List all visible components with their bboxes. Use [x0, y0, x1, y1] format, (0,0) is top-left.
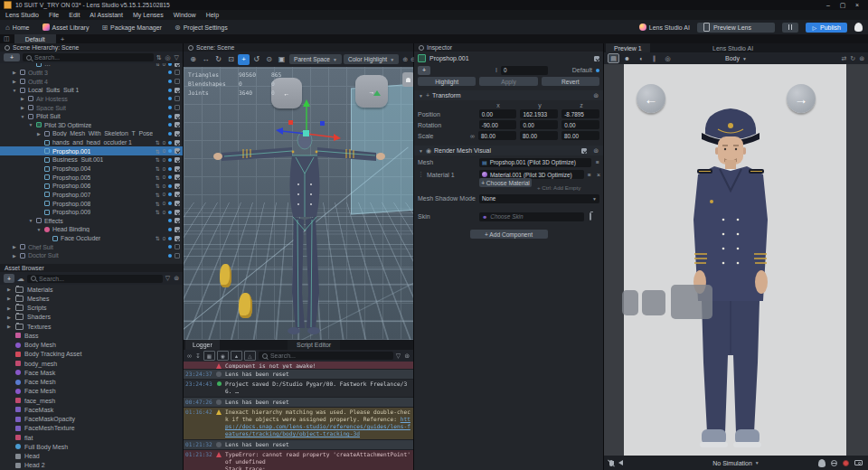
- enabled-checkbox[interactable]: [175, 183, 180, 189]
- expand-arrow-icon[interactable]: ▶: [36, 131, 42, 136]
- expand-arrow-icon[interactable]: ▼: [28, 218, 33, 223]
- asset-item[interactable]: Body Tracking Asset: [0, 350, 183, 359]
- mesh-options-icon[interactable]: ≡: [596, 159, 599, 165]
- hierarchy-item[interactable]: Propshop.001⇅0: [0, 146, 183, 155]
- log-entry[interactable]: 00:47:26Lens has been reset: [184, 398, 413, 408]
- hierarchy-item[interactable]: ▶Chef Suit: [0, 242, 183, 251]
- filter-success-icon[interactable]: ◉: [217, 351, 229, 361]
- add-button[interactable]: +: [418, 66, 430, 75]
- log-entry[interactable]: 01:16:42Inexact hierarchy matching was u…: [184, 408, 413, 440]
- enabled-checkbox[interactable]: [175, 96, 180, 101]
- asset-item[interactable]: Full Body Mesh: [0, 442, 183, 451]
- color-highlight-dropdown[interactable]: Color Highlight ▼: [344, 54, 399, 64]
- menu-item-help[interactable]: Help: [206, 12, 219, 18]
- asset-item[interactable]: body_mesh: [0, 359, 183, 368]
- rotate-device-icon[interactable]: ⇄: [841, 55, 846, 62]
- workspace-tab-default[interactable]: Default: [14, 34, 56, 43]
- hierarchy-item[interactable]: Propshop.008⇅0: [0, 199, 183, 208]
- material-options-icon[interactable]: ≡: [588, 172, 591, 178]
- zoom-tool-icon[interactable]: ⊕: [187, 54, 199, 65]
- snapchat-ghost-icon[interactable]: [854, 23, 863, 32]
- render-mesh-visual-header[interactable]: ▼ ◉ Render Mesh Visual ⊛: [414, 146, 603, 155]
- outfit-carousel-item-selected[interactable]: [671, 285, 712, 319]
- move-tool-icon[interactable]: +: [238, 54, 250, 65]
- hierarchy-item[interactable]: ▶Air Hostess: [0, 95, 183, 104]
- asset-search-input[interactable]: Search...: [27, 275, 163, 283]
- tab-script-editor[interactable]: Script Editor: [288, 340, 340, 350]
- orbit-tool-icon[interactable]: ↻: [212, 54, 224, 65]
- mesh-field[interactable]: ▤ Propshop.001 (Pilot 3D Optimize): [479, 158, 591, 167]
- gear-icon[interactable]: ⊛: [593, 147, 599, 155]
- log-entry[interactable]: Component is not yet awake!: [184, 362, 413, 370]
- asset-item[interactable]: flat: [0, 433, 183, 442]
- expand-arrow-icon[interactable]: ▼: [28, 122, 33, 127]
- filter-info-icon[interactable]: ▦: [203, 351, 215, 361]
- menu-item-lens-studio[interactable]: Lens Studio: [5, 12, 39, 18]
- home-button[interactable]: ⌂ Home: [5, 24, 30, 32]
- expand-arrow-icon[interactable]: ▶: [7, 324, 12, 329]
- pin-icon[interactable]: ↧: [195, 352, 201, 360]
- language-globe-icon[interactable]: [831, 460, 837, 466]
- filter-icon[interactable]: ▽: [165, 275, 170, 282]
- enabled-checkbox[interactable]: [175, 192, 180, 197]
- asset-item[interactable]: FaceMeshTexture: [0, 424, 183, 433]
- transform-value-input[interactable]: 162.1933: [520, 109, 558, 118]
- asset-item[interactable]: face_mesh: [0, 396, 183, 405]
- reset-preview-icon[interactable]: ↻: [850, 55, 855, 62]
- enabled-checkbox[interactable]: [175, 244, 180, 249]
- log-entry[interactable]: 23:24:37Lens has been reset: [184, 370, 413, 380]
- transform-value-input[interactable]: 80.00: [478, 131, 516, 140]
- asset-item[interactable]: Bass: [0, 331, 183, 340]
- expand-arrow-icon[interactable]: ▶: [12, 244, 17, 249]
- enabled-checkbox[interactable]: [175, 131, 180, 136]
- close-button[interactable]: ×: [850, 2, 864, 8]
- transform-value-input[interactable]: 80.00: [520, 131, 558, 140]
- face-view-icon[interactable]: ☻: [621, 53, 633, 63]
- hierarchy-item[interactable]: Propshop.004⇅0: [0, 164, 183, 174]
- hierarchy-item[interactable]: ▶Body_Mesh_With_Skeleton_T_Pose: [0, 129, 183, 138]
- hierarchy-item[interactable]: hands_and_head_occluder 1⇅0: [0, 138, 183, 147]
- preview-lens-button[interactable]: Preview Lens: [697, 23, 775, 33]
- filter-warning-icon[interactable]: ▲: [231, 351, 242, 361]
- rotate-tool-icon[interactable]: ↺: [250, 54, 262, 65]
- enabled-checkbox[interactable]: [175, 210, 180, 215]
- link-icon[interactable]: ∞: [187, 352, 192, 359]
- cloud-assets-icon[interactable]: ☁: [17, 275, 24, 283]
- snapcode-view-icon[interactable]: ▤: [608, 53, 619, 63]
- shadow-mode-dropdown[interactable]: None ▼: [479, 194, 599, 203]
- hierarchy-item[interactable]: ▶Space Suit: [0, 103, 183, 112]
- transform-value-input[interactable]: -90.00: [479, 120, 517, 129]
- next-outfit-arrow-button[interactable]: →: [787, 84, 816, 113]
- hierarchy-item[interactable]: Propshop.006⇅0: [0, 182, 183, 191]
- filter-error-icon[interactable]: △: [244, 351, 256, 361]
- logger-search-input[interactable]: Search...: [259, 352, 393, 360]
- local-space-tool-icon[interactable]: ⊙: [263, 54, 275, 65]
- transform-value-input[interactable]: 0.00: [479, 109, 517, 118]
- enabled-checkbox[interactable]: [175, 201, 180, 206]
- bell-3d-object[interactable]: [402, 72, 413, 87]
- log-entry[interactable]: 01:21:32TypeError: cannot read property …: [184, 450, 413, 470]
- tab-logger[interactable]: Logger: [185, 340, 220, 350]
- add-component-button[interactable]: + Add Component: [470, 230, 548, 239]
- transform-section-header[interactable]: ▼ + Transform ⊛: [414, 90, 603, 100]
- asset-item[interactable]: FaceMask: [0, 405, 183, 414]
- browse-skin-folder-icon[interactable]: [590, 213, 591, 220]
- enabled-checkbox[interactable]: [175, 174, 180, 180]
- filter-icon[interactable]: ▽: [396, 352, 401, 360]
- hierarchy-item[interactable]: ▼Pilot Suit: [0, 112, 183, 121]
- hierarchy-item[interactable]: Propshop.009⇅0: [0, 208, 183, 217]
- package-manager-button[interactable]: ⊞ Package Manager: [101, 24, 162, 32]
- enabled-checkbox[interactable]: [175, 70, 180, 75]
- add-workspace-tab-button[interactable]: +: [61, 35, 65, 43]
- yellow-figure-object[interactable]: [239, 293, 252, 318]
- asset-item[interactable]: FaceMaskOpacity: [0, 415, 183, 424]
- add-object-button[interactable]: +: [4, 53, 20, 61]
- layer-input[interactable]: 0: [501, 66, 548, 75]
- chat-overlay-icon[interactable]: ◖: [635, 53, 646, 63]
- hierarchy-item[interactable]: ▼Pilot 3D Optimize: [0, 120, 183, 129]
- eye-visibility-icon[interactable]: ◎: [662, 53, 674, 63]
- publish-button[interactable]: ▷ Publish: [806, 23, 847, 33]
- transform-value-input[interactable]: 80.00: [561, 131, 599, 140]
- filter-icon[interactable]: ▽: [175, 54, 179, 61]
- transform-value-input[interactable]: 0.00: [561, 120, 599, 129]
